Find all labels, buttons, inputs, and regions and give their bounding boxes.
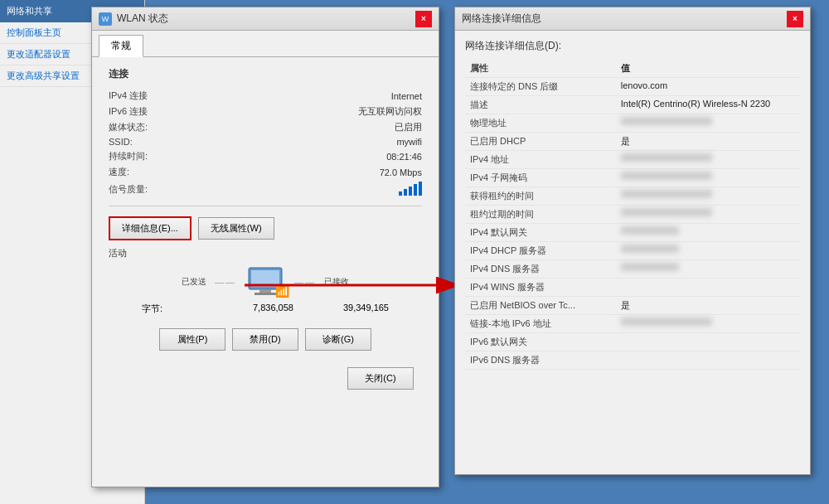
network-visual: 已发送 —— 📶 —— 已接收 — [109, 266, 422, 298]
prop-subnet: IPv4 子网掩码 — [465, 169, 616, 187]
prop-dhcp-server: IPv4 DHCP 服务器 — [465, 242, 616, 260]
details-dialog: 网络连接详细信息 × 网络连接详细信息(D): 属性 值 连接特定的 DNS 后… — [454, 7, 811, 475]
details-table: 属性 值 连接特定的 DNS 后缀 lenovo.com 描述 Intel(R)… — [465, 60, 800, 370]
received-label-top: 已接收 — [324, 276, 349, 288]
details-title: 网络连接详细信息 — [462, 12, 541, 26]
prop-ipv4-addr: IPv4 地址 — [465, 151, 616, 169]
prop-gateway: IPv4 默认网关 — [465, 224, 616, 242]
details-content: 网络连接详细信息(D): 属性 值 连接特定的 DNS 后缀 lenovo.co… — [455, 31, 810, 378]
val-ipv6-local — [616, 315, 800, 333]
val-dhcp-server — [616, 242, 800, 260]
sent-bytes: 7,836,058 — [253, 303, 293, 315]
table-row: 租约过期的时间 — [465, 206, 800, 224]
table-row: IPv4 DHCP 服务器 — [465, 242, 800, 260]
dash-right: —— — [294, 277, 316, 287]
table-row: 已启用 DHCP 是 — [465, 133, 800, 151]
wlan-content: 连接 IPv4 连接 Internet IPv6 连接 无互联网访问权 媒体状态… — [92, 57, 439, 400]
dns-server-blurred — [621, 263, 679, 271]
gateway-blurred — [621, 226, 679, 235]
val-ipv4-addr — [616, 151, 800, 169]
network-icon-group: 📶 — [245, 266, 286, 298]
val-dns-suffix: lenovo.com — [616, 78, 800, 96]
prop-ipv6-gw: IPv6 默认网关 — [465, 333, 616, 351]
properties-button[interactable]: 属性(P) — [159, 328, 225, 351]
svg-rect-2 — [259, 289, 271, 293]
lease-expires-blurred — [621, 208, 712, 216]
table-row: IPv4 子网掩码 — [465, 169, 800, 187]
details-section-label: 网络连接详细信息(D): — [465, 39, 800, 53]
diagnose-button[interactable]: 诊断(G) — [305, 328, 371, 351]
prop-lease-obtained: 获得租约的时间 — [465, 187, 616, 206]
table-row: IPv4 WINS 服务器 — [465, 279, 800, 297]
ssid-value: mywifi — [396, 137, 422, 147]
divider-1 — [109, 206, 422, 206]
info-media: 媒体状态: 已启用 — [109, 119, 422, 135]
val-dns-server — [616, 260, 800, 279]
bytes-values: 7,836,058 39,349,165 — [253, 303, 389, 315]
ipv6-label: IPv6 连接 — [109, 105, 175, 118]
val-header: 值 — [616, 60, 800, 78]
activity-title: 活动 — [109, 247, 422, 259]
mac-blurred — [621, 117, 712, 125]
wlan-title-left: W WLAN 状态 — [99, 12, 168, 26]
bottom-buttons: 属性(P) 禁用(D) 诊断(G) — [109, 328, 422, 351]
wlan-close-bottom-button[interactable]: 关闭(C) — [347, 367, 414, 390]
speed-value: 72.0 Mbps — [380, 167, 422, 177]
connection-section-title: 连接 — [109, 67, 422, 81]
bytes-row: 字节: 7,836,058 39,349,165 — [109, 303, 422, 315]
disable-button[interactable]: 禁用(D) — [232, 328, 298, 351]
signal-label: 信号质量: — [109, 183, 175, 196]
wlan-titlebar: W WLAN 状态 × — [92, 7, 439, 31]
dhcp-server-blurred — [621, 245, 679, 253]
prop-mac: 物理地址 — [465, 114, 616, 133]
table-row: IPv4 地址 — [465, 151, 800, 169]
subnet-blurred — [621, 172, 712, 180]
val-netbios: 是 — [616, 297, 800, 315]
received-bytes: 39,349,165 — [343, 303, 389, 315]
close-btn-row: 关闭(C) — [109, 367, 422, 390]
table-row: IPv6 DNS 服务器 — [465, 351, 800, 370]
val-lease-expires — [616, 206, 800, 224]
table-row: 描述 Intel(R) Centrino(R) Wireless-N 2230 — [465, 96, 800, 114]
table-row: IPv6 默认网关 — [465, 333, 800, 351]
wlan-close-button[interactable]: × — [415, 11, 432, 27]
prop-ipv6-local: 链接-本地 IPv6 地址 — [465, 315, 616, 333]
info-ipv4: IPv4 连接 Internet — [109, 88, 422, 104]
dash-left: —— — [215, 277, 236, 287]
wifi-overlay-icon: 📶 — [275, 284, 289, 298]
prop-description: 描述 — [465, 96, 616, 114]
table-row: IPv4 默认网关 — [465, 224, 800, 242]
table-row: 链接-本地 IPv6 地址 — [465, 315, 800, 333]
table-row: 属性 值 — [465, 60, 800, 78]
prop-header: 属性 — [465, 60, 616, 78]
bytes-label: 字节: — [142, 303, 162, 315]
media-value: 已启用 — [395, 121, 422, 133]
ipv6-local-blurred — [621, 317, 712, 326]
details-close-button[interactable]: × — [787, 11, 803, 27]
duration-label: 持续时间: — [109, 150, 175, 162]
val-dhcp: 是 — [616, 133, 800, 151]
prop-dns-suffix: 连接特定的 DNS 后缀 — [465, 78, 616, 96]
wlan-tabs: 常规 — [92, 31, 439, 57]
wlan-icon: W — [99, 12, 112, 26]
ipv4-value: Internet — [391, 91, 422, 101]
ipv6-value: 无互联网访问权 — [358, 105, 422, 118]
bytes-text: 字节: — [142, 303, 162, 313]
lease-obtained-blurred — [621, 190, 712, 198]
details-button[interactable]: 详细信息(E)... — [109, 216, 191, 240]
val-subnet — [616, 169, 800, 187]
val-ipv6-dns — [616, 351, 800, 370]
details-titlebar: 网络连接详细信息 × — [455, 7, 810, 31]
wireless-props-button[interactable]: 无线属性(W) — [198, 217, 274, 240]
table-row: 物理地址 — [465, 114, 800, 133]
val-wins — [616, 279, 800, 297]
tab-general[interactable]: 常规 — [99, 35, 143, 57]
sent-label-top: 已发送 — [182, 276, 206, 288]
val-lease-obtained — [616, 187, 800, 206]
prop-wins: IPv4 WINS 服务器 — [465, 279, 616, 297]
val-mac — [616, 114, 800, 133]
info-ipv6: IPv6 连接 无互联网访问权 — [109, 104, 422, 119]
val-ipv6-gw — [616, 333, 800, 351]
ssid-label: SSID: — [109, 137, 175, 147]
prop-lease-expires: 租约过期的时间 — [465, 206, 616, 224]
